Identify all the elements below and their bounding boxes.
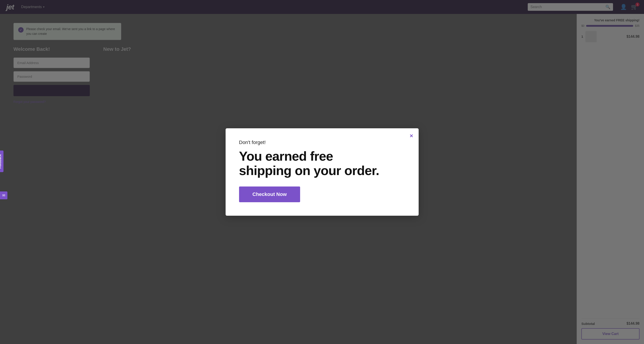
- modal-overlay[interactable]: × Don't forget! You earned free shipping…: [0, 0, 644, 344]
- checkout-now-button[interactable]: Checkout Now: [239, 186, 300, 202]
- modal-dont-forget: Don't forget!: [239, 140, 405, 145]
- modal-headline: You earned free shipping on your order.: [239, 149, 405, 178]
- modal: × Don't forget! You earned free shipping…: [226, 128, 419, 216]
- modal-close-button[interactable]: ×: [410, 133, 413, 139]
- feedback-tab[interactable]: Feedback: [0, 151, 4, 172]
- feedback-icon[interactable]: ✉: [0, 191, 8, 199]
